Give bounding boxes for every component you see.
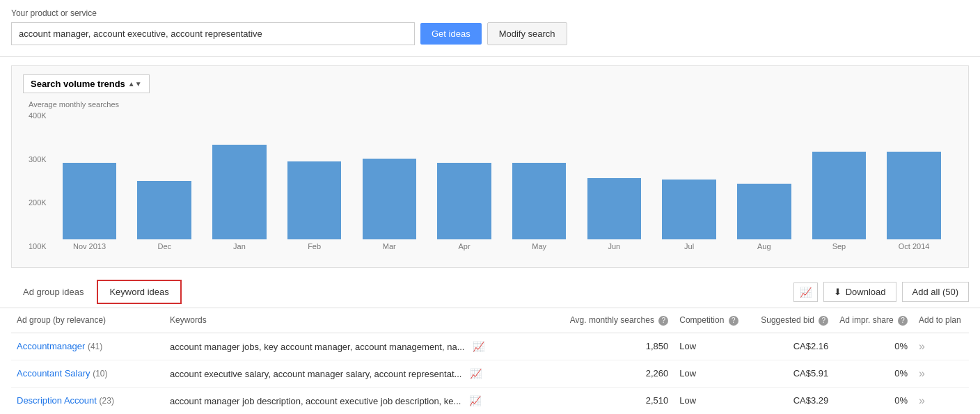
download-button[interactable]: ⬇ Download bbox=[823, 282, 896, 302]
cell-add-to-plan: » bbox=[913, 360, 969, 387]
bar-label: May bbox=[532, 242, 546, 250]
help-icon-bid[interactable]: ? bbox=[819, 316, 828, 326]
cell-ad-group: Accountant Salary (10) bbox=[11, 360, 164, 387]
ad-group-link[interactable]: Accountmanager bbox=[17, 341, 85, 351]
add-to-plan-arrow[interactable]: » bbox=[919, 367, 925, 379]
col-header-keywords: Keywords bbox=[164, 308, 564, 333]
tabs-row: Ad group ideas Keyword ideas bbox=[11, 280, 183, 304]
col-header-competition: Competition ? bbox=[674, 308, 750, 333]
cell-competition: Low bbox=[674, 333, 750, 360]
download-icon: ⬇ bbox=[834, 287, 841, 297]
top-section: Your product or service Get ideas Modify… bbox=[0, 0, 980, 57]
ad-group-count: (23) bbox=[100, 396, 114, 406]
bar bbox=[812, 152, 867, 239]
table-row: Description Account (23) account manager… bbox=[11, 387, 969, 414]
bar-group: Nov 2013 bbox=[52, 111, 127, 250]
bar-group: Apr bbox=[427, 111, 502, 250]
mini-chart-icon[interactable]: 📈 bbox=[469, 395, 481, 406]
cell-keywords: account manager jobs, key account manage… bbox=[164, 333, 564, 360]
bar bbox=[887, 152, 941, 239]
bar-label: Jul bbox=[684, 242, 694, 250]
add-all-button[interactable]: Add all (50) bbox=[902, 282, 969, 302]
cell-add-to-plan: » bbox=[913, 387, 969, 414]
cell-avg-monthly: 2,510 bbox=[564, 387, 674, 414]
bar-label: Dec bbox=[157, 242, 171, 250]
cell-suggested-bid: CA$2.16 bbox=[750, 333, 834, 360]
bar bbox=[512, 163, 567, 239]
cell-ad-group: Accountmanager (41) bbox=[11, 333, 164, 360]
bar-group: Aug bbox=[727, 111, 802, 250]
help-icon-avg[interactable]: ? bbox=[658, 316, 668, 326]
add-to-plan-arrow[interactable]: » bbox=[919, 340, 925, 352]
bar-label: Apr bbox=[458, 242, 470, 250]
cell-ad-impr-share: 0% bbox=[834, 333, 913, 360]
tabs-toolbar-row: Ad group ideas Keyword ideas 📈 ⬇ Downloa… bbox=[0, 276, 980, 308]
chart-section: Search volume trends ▲▼ Average monthly … bbox=[11, 65, 969, 268]
get-ideas-button[interactable]: Get ideas bbox=[420, 23, 482, 45]
toolbar: 📈 ⬇ Download Add all (50) bbox=[793, 276, 969, 308]
help-icon-comp[interactable]: ? bbox=[729, 316, 738, 326]
cell-keywords: account manager job description, account… bbox=[164, 387, 564, 414]
bar bbox=[437, 163, 491, 239]
chart-title-label: Search volume trends bbox=[31, 79, 125, 89]
cell-avg-monthly: 2,260 bbox=[564, 360, 674, 387]
help-icon-impr[interactable]: ? bbox=[898, 316, 908, 326]
bar-label: Mar bbox=[383, 242, 396, 250]
chart-y-label: Average monthly searches bbox=[23, 100, 957, 109]
table-section: Ad group (by relevance) Keywords Avg. mo… bbox=[0, 308, 980, 414]
cell-ad-impr-share: 0% bbox=[834, 360, 913, 387]
col-header-avg-monthly: Avg. monthly searches ? bbox=[564, 308, 674, 333]
bar-group: May bbox=[502, 111, 577, 250]
col-header-ad-impr: Ad impr. share ? bbox=[834, 308, 913, 333]
y-axis: 400K 300K 200K 100K bbox=[29, 111, 47, 250]
ad-group-link[interactable]: Accountant Salary bbox=[17, 368, 90, 379]
cell-suggested-bid: CA$5.91 bbox=[750, 360, 834, 387]
ad-group-count: (41) bbox=[88, 342, 102, 351]
y-tick-200k: 200K bbox=[29, 198, 47, 207]
cell-avg-monthly: 1,850 bbox=[564, 333, 674, 360]
table-header-row: Ad group (by relevance) Keywords Avg. mo… bbox=[11, 308, 969, 333]
bar bbox=[587, 178, 642, 239]
col-header-suggested-bid: Suggested bid ? bbox=[750, 308, 834, 333]
bar-group: Jan bbox=[202, 111, 277, 250]
keywords-text: account manager job description, account… bbox=[170, 396, 461, 406]
add-to-plan-arrow[interactable]: » bbox=[919, 395, 925, 406]
cell-keywords: account executive salary, account manage… bbox=[164, 360, 564, 387]
bar-label: Feb bbox=[308, 242, 321, 250]
cell-ad-group: Description Account (23) bbox=[11, 387, 164, 414]
bar-label: Oct 2014 bbox=[899, 242, 930, 250]
bar bbox=[737, 184, 791, 239]
mini-chart-icon[interactable]: 📈 bbox=[470, 368, 482, 379]
chart-header: Search volume trends ▲▼ bbox=[23, 74, 957, 93]
ad-group-count: (10) bbox=[93, 369, 107, 379]
bar-group: Dec bbox=[127, 111, 202, 250]
download-label: Download bbox=[846, 287, 886, 297]
bar-label: Jan bbox=[233, 242, 246, 250]
cell-competition: Low bbox=[674, 360, 750, 387]
bar bbox=[363, 159, 417, 239]
bar-group: Jun bbox=[577, 111, 652, 250]
chart-icon: 📈 bbox=[800, 287, 812, 298]
chevron-icon: ▲▼ bbox=[128, 80, 142, 88]
cell-suggested-bid: CA$3.29 bbox=[750, 387, 834, 414]
chart-area: 400K 300K 200K 100K Nov 2013DecJanFebMar… bbox=[23, 111, 957, 250]
bar bbox=[63, 163, 117, 239]
tab-ad-group-ideas[interactable]: Ad group ideas bbox=[11, 280, 95, 303]
mini-chart-icon[interactable]: 📈 bbox=[473, 341, 484, 352]
cell-add-to-plan: » bbox=[913, 333, 969, 360]
tab-keyword-ideas[interactable]: Keyword ideas bbox=[97, 280, 181, 304]
product-input[interactable] bbox=[11, 22, 415, 45]
y-tick-100k: 100K bbox=[29, 242, 47, 250]
ad-group-link[interactable]: Description Account bbox=[17, 395, 97, 406]
cell-ad-impr-share: 0% bbox=[834, 387, 913, 414]
bar-label: Sep bbox=[832, 242, 846, 250]
table-row: Accountant Salary (10) account executive… bbox=[11, 360, 969, 387]
input-row: Get ideas Modify search bbox=[11, 22, 969, 45]
product-label: Your product or service bbox=[11, 8, 969, 18]
search-volume-trends-button[interactable]: Search volume trends ▲▼ bbox=[23, 74, 150, 93]
bar-group: Mar bbox=[351, 111, 427, 250]
bar-group: Sep bbox=[802, 111, 877, 250]
bar bbox=[212, 145, 267, 239]
modify-search-button[interactable]: Modify search bbox=[487, 22, 567, 45]
chart-view-button[interactable]: 📈 bbox=[793, 282, 818, 302]
